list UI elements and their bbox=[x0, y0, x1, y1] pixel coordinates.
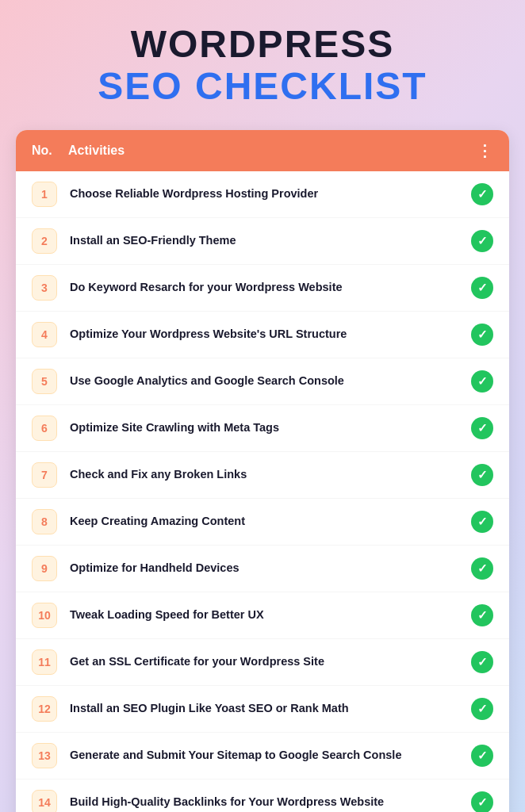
check-icon[interactable] bbox=[471, 651, 493, 673]
row-text: Install an SEO-Friendly Theme bbox=[70, 233, 458, 248]
table-row: 9Optimize for Handheld Devices bbox=[16, 546, 509, 592]
header-activities: Activities bbox=[68, 144, 464, 158]
row-number: 13 bbox=[32, 743, 57, 768]
row-text: Optimize for Handheld Devices bbox=[70, 561, 458, 576]
table-row: 13Generate and Submit Your Sitemap to Go… bbox=[16, 733, 509, 779]
row-number: 5 bbox=[32, 369, 57, 394]
table-row: 5Use Google Analytics and Google Search … bbox=[16, 358, 509, 405]
table-row: 4Optimize Your Wordpress Website's URL S… bbox=[16, 312, 509, 358]
table-row: 3Do Keyword Resarch for your Wordpress W… bbox=[16, 265, 509, 312]
row-text: Choose Reliable Wordpress Hosting Provid… bbox=[70, 186, 458, 201]
row-text: Use Google Analytics and Google Search C… bbox=[70, 373, 458, 389]
table-row: 2Install an SEO-Friendly Theme bbox=[16, 218, 509, 265]
row-text: Get an SSL Certificate for your Wordpres… bbox=[70, 654, 458, 669]
table-row: 14Build High-Quality Backlinks for Your … bbox=[16, 779, 509, 812]
check-icon[interactable] bbox=[471, 511, 493, 533]
row-number: 3 bbox=[32, 275, 57, 301]
table-row: 7Check and Fix any Broken Links bbox=[16, 452, 509, 499]
check-icon[interactable] bbox=[471, 745, 493, 767]
row-text: Tweak Loading Speed for Better UX bbox=[70, 607, 458, 622]
row-number: 10 bbox=[32, 603, 57, 628]
title-line1: WORDPRESS bbox=[16, 24, 509, 66]
row-number: 14 bbox=[32, 790, 57, 812]
row-text: Install an SEO Plugin Like Yoast SEO or … bbox=[70, 701, 458, 716]
check-icon[interactable] bbox=[471, 791, 493, 812]
row-number: 4 bbox=[32, 322, 57, 347]
check-icon[interactable] bbox=[471, 698, 493, 720]
checklist-rows: 1Choose Reliable Wordpress Hosting Provi… bbox=[16, 171, 509, 812]
checklist-header: No. Activities ⋮ bbox=[16, 130, 509, 171]
check-icon[interactable] bbox=[471, 324, 493, 346]
table-row: 8Keep Creating Amazing Content bbox=[16, 499, 509, 546]
table-row: 1Choose Reliable Wordpress Hosting Provi… bbox=[16, 171, 509, 218]
check-icon[interactable] bbox=[471, 230, 493, 252]
row-number: 7 bbox=[32, 462, 57, 488]
row-text: Keep Creating Amazing Content bbox=[70, 514, 458, 529]
row-number: 11 bbox=[32, 649, 57, 675]
row-text: Check and Fix any Broken Links bbox=[70, 467, 458, 482]
row-number: 2 bbox=[32, 228, 57, 254]
row-text: Build High-Quality Backlinks for Your Wo… bbox=[70, 795, 458, 810]
check-icon[interactable] bbox=[471, 277, 493, 299]
check-icon[interactable] bbox=[471, 417, 493, 439]
table-row: 12Install an SEO Plugin Like Yoast SEO o… bbox=[16, 686, 509, 733]
header-menu-icon[interactable]: ⋮ bbox=[477, 141, 493, 160]
main-container: WORDPRESS SEO CHECKLIST No. Activities ⋮… bbox=[16, 24, 509, 812]
row-number: 12 bbox=[32, 696, 57, 722]
row-number: 9 bbox=[32, 556, 57, 581]
title-line2: SEO CHECKLIST bbox=[16, 66, 509, 108]
row-text: Generate and Submit Your Sitemap to Goog… bbox=[70, 748, 458, 763]
check-icon[interactable] bbox=[471, 604, 493, 626]
check-icon[interactable] bbox=[471, 557, 493, 580]
row-text: Do Keyword Resarch for your Wordpress We… bbox=[70, 280, 458, 295]
row-number: 6 bbox=[32, 416, 57, 441]
check-icon[interactable] bbox=[471, 464, 493, 486]
table-row: 10Tweak Loading Speed for Better UX bbox=[16, 592, 509, 639]
row-text: Optimize Site Crawling with Meta Tags bbox=[70, 420, 458, 435]
check-icon[interactable] bbox=[471, 183, 493, 205]
check-icon[interactable] bbox=[471, 370, 493, 393]
row-number: 1 bbox=[32, 182, 57, 207]
header-no: No. bbox=[32, 144, 56, 158]
row-text: Optimize Your Wordpress Website's URL St… bbox=[70, 327, 458, 342]
checklist-card: No. Activities ⋮ 1Choose Reliable Wordpr… bbox=[16, 130, 509, 812]
table-row: 11Get an SSL Certificate for your Wordpr… bbox=[16, 639, 509, 686]
row-number: 8 bbox=[32, 509, 57, 534]
title-section: WORDPRESS SEO CHECKLIST bbox=[16, 24, 509, 108]
table-row: 6Optimize Site Crawling with Meta Tags bbox=[16, 405, 509, 452]
